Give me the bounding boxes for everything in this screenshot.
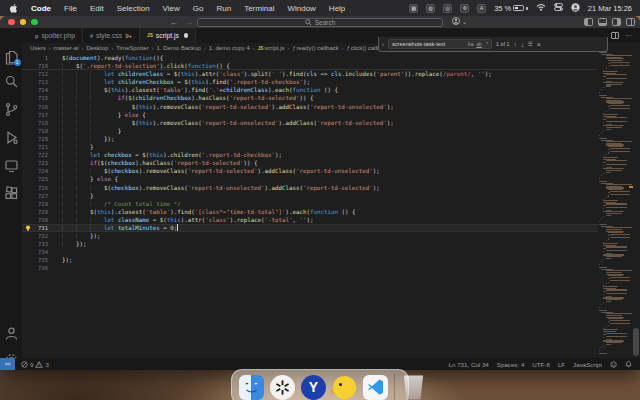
customize-layout-icon[interactable]: [626, 18, 635, 26]
minimap[interactable]: [598, 52, 632, 358]
tab-script.js[interactable]: JSscript.js: [140, 28, 196, 43]
language-mode[interactable]: JavaScript: [573, 361, 602, 368]
breadcrumb-item[interactable]: 1. demo copy 4: [209, 45, 250, 51]
activity-explorer-icon[interactable]: 1: [4, 50, 19, 65]
code-line-731[interactable]: 731 let totalMinutes = 0;: [22, 224, 598, 232]
indentation[interactable]: Spaces: 4: [497, 361, 525, 368]
code-line-724[interactable]: 724 $(checkbox).removeClass('report-td-s…: [22, 167, 598, 175]
dock-duck-icon[interactable]: [332, 375, 357, 400]
scrollbar-thumb[interactable]: [633, 328, 639, 356]
menu-item[interactable]: View: [163, 4, 180, 13]
code-line-725[interactable]: 725 } else {: [22, 175, 598, 183]
regex-icon[interactable]: .*: [485, 42, 488, 47]
next-match-icon[interactable]: ↓: [521, 41, 524, 48]
previous-match-icon[interactable]: ↑: [514, 41, 517, 48]
activity-remote-explorer-icon[interactable]: [4, 158, 19, 173]
menu-item[interactable]: Help: [329, 4, 345, 13]
code-line-735[interactable]: 735});: [22, 256, 598, 264]
code-line-722[interactable]: 722 let checkbox = $(this).children('.re…: [22, 151, 598, 159]
menu-item[interactable]: Edit: [90, 4, 104, 13]
code-line-726[interactable]: 726 $(checkbox).removeClass('report-td-u…: [22, 184, 598, 192]
menu-item[interactable]: Run: [216, 4, 231, 13]
tab-style.css[interactable]: #style.css9+: [83, 28, 140, 43]
tab-spotter.php[interactable]: pspotter.php: [28, 28, 83, 43]
input-source-icon[interactable]: A: [477, 4, 486, 13]
code-line-736[interactable]: 736: [22, 264, 598, 272]
code-line-714[interactable]: 714 $(this).closest('table').find('.'+ch…: [22, 86, 598, 94]
forward-button[interactable]: →: [185, 18, 193, 27]
code-line-730[interactable]: 730 let className = $(this).attr('class'…: [22, 216, 598, 224]
dock-vscode-icon[interactable]: [363, 375, 388, 400]
control-center-icon[interactable]: [554, 3, 563, 13]
code-line-734[interactable]: 734: [22, 248, 598, 256]
breadcrumb-item[interactable]: master-al: [54, 45, 79, 51]
activity-source-control-icon[interactable]: [4, 102, 19, 117]
code-line-720[interactable]: 720 });: [22, 135, 598, 143]
menu-extra-icon[interactable]: ✣: [460, 4, 469, 13]
dock-yandex-icon[interactable]: Y: [301, 375, 326, 400]
code-line-1[interactable]: 1$(document).ready(function(){: [22, 54, 598, 62]
command-center-search[interactable]: Search: [197, 18, 443, 28]
code-line-712[interactable]: 712 let childrenClass = $(this).attr('cl…: [22, 70, 598, 78]
toggle-sidebar-icon[interactable]: [584, 18, 593, 26]
code-line-721[interactable]: 721 }: [22, 143, 598, 151]
feedback-smiley-icon[interactable]: [610, 361, 617, 368]
code-editor[interactable]: 1$(document).ready(function(){710 $('.re…: [22, 52, 598, 358]
code-line-727[interactable]: 727 }: [22, 192, 598, 200]
dock-trash-icon[interactable]: [401, 375, 426, 400]
code-line-723[interactable]: 723 if($(checkbox).hasClass('report-td-s…: [22, 159, 598, 167]
apple-menu-icon[interactable]: [10, 4, 18, 13]
activity-run-and-debug-icon[interactable]: [4, 130, 19, 145]
menu-item[interactable]: Go: [193, 4, 204, 13]
code-line-715[interactable]: 715 if($(childrenCheckbox).hasClass('rep…: [22, 94, 598, 102]
close-icon[interactable]: ×: [537, 41, 541, 48]
close-window-button[interactable]: [8, 19, 15, 26]
remote-indicator[interactable]: ><: [0, 358, 15, 370]
breadcrumb-item[interactable]: Users: [30, 45, 46, 51]
menu-item[interactable]: File: [64, 4, 77, 13]
dock-chatgpt-icon[interactable]: [270, 375, 295, 400]
activity-accounts-icon[interactable]: [4, 326, 19, 341]
back-button[interactable]: ←: [170, 18, 178, 27]
breadcrumb-item[interactable]: 1. Demo Backup: [157, 45, 201, 51]
toggle-panel-icon[interactable]: [598, 18, 607, 26]
notifications-bell-icon[interactable]: [625, 360, 632, 368]
code-line-719[interactable]: 719 }: [22, 127, 598, 135]
code-line-716[interactable]: 716 $(this).removeClass('report-td-selec…: [22, 103, 598, 111]
breadcrumb-item[interactable]: ƒready() callback: [292, 45, 338, 51]
lightbulb-icon[interactable]: [25, 225, 31, 231]
toggle-replace-icon[interactable]: ›: [382, 41, 384, 47]
titlebar[interactable]: ← → Search ⌄: [0, 16, 640, 28]
menubar-clock[interactable]: 21 Mar 15:26: [588, 4, 632, 13]
menu-item[interactable]: Selection: [117, 4, 150, 13]
breadcrumb-item[interactable]: JSscript.js: [258, 45, 285, 51]
find-in-selection-icon[interactable]: ☰: [528, 41, 533, 47]
maximize-window-button[interactable]: [31, 19, 38, 26]
profile-menu[interactable]: ⌄: [452, 17, 467, 25]
user-menu-icon[interactable]: [571, 3, 580, 14]
code-line-710[interactable]: 710 $('.report-td-selection').click(func…: [22, 62, 598, 70]
cursor-position[interactable]: Ln 731, Col 34: [449, 361, 489, 368]
activity-extensions-icon[interactable]: [4, 186, 19, 201]
code-line-733[interactable]: 733 });: [22, 240, 598, 248]
menu-extra-icon[interactable]: ◎: [443, 4, 452, 13]
menu-app-name[interactable]: Code: [31, 4, 51, 13]
more-actions-icon[interactable]: ⋯: [625, 32, 632, 40]
battery-indicator[interactable]: 35 %: [494, 4, 528, 13]
eol-sequence[interactable]: LF: [558, 361, 565, 368]
code-line-732[interactable]: 732 });: [22, 232, 598, 240]
whole-word-icon[interactable]: ab: [476, 42, 481, 47]
minimize-window-button[interactable]: [20, 19, 27, 26]
encoding[interactable]: UTF-8: [532, 361, 550, 368]
code-line-728[interactable]: 728 /* Count total time */: [22, 200, 598, 208]
breadcrumb-item[interactable]: TimeSpotter: [116, 45, 148, 51]
menu-extra-icon[interactable]: ◍: [426, 4, 435, 13]
menu-item[interactable]: Window: [287, 4, 315, 13]
split-editor-icon[interactable]: [611, 32, 619, 39]
code-line-718[interactable]: 718 $(this).removeClass('report-td-unsel…: [22, 119, 598, 127]
dock-finder-icon[interactable]: [239, 375, 264, 400]
find-input[interactable]: screenshots-task-text Aa ab .*: [388, 39, 492, 49]
match-case-icon[interactable]: Aa: [468, 42, 474, 47]
menu-extra-icon[interactable]: ▦: [409, 4, 418, 13]
code-line-717[interactable]: 717 } else {: [22, 111, 598, 119]
